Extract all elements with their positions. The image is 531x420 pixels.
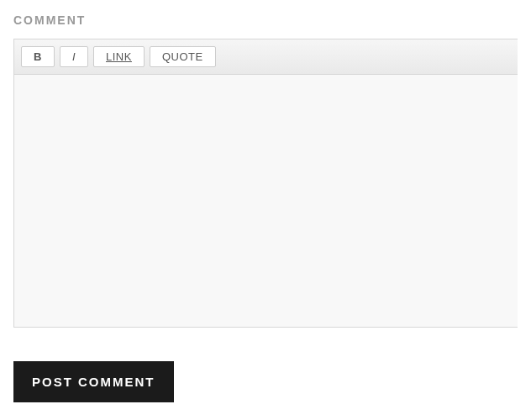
italic-button[interactable]: I	[60, 46, 88, 67]
link-button[interactable]: LINK	[93, 46, 145, 67]
bold-button[interactable]: B	[21, 46, 55, 67]
comment-label: Comment	[13, 13, 518, 27]
editor-toolbar: B I LINK QUOTE	[14, 39, 518, 75]
comment-editor: B I LINK QUOTE	[13, 39, 518, 328]
post-comment-button[interactable]: Post Comment	[13, 361, 174, 402]
quote-button[interactable]: QUOTE	[150, 46, 216, 67]
comment-textarea[interactable]	[14, 75, 518, 327]
